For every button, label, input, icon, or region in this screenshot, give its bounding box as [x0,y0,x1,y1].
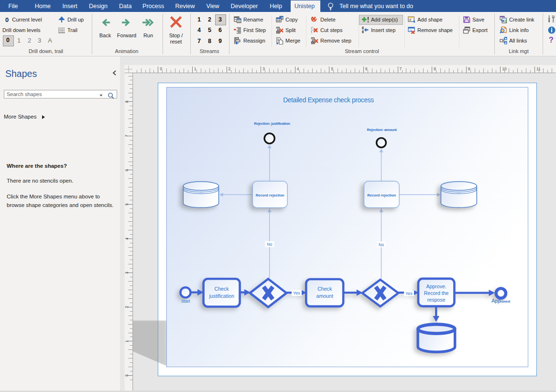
svg-text:Yes: Yes [293,291,300,295]
svg-text:amount: amount [316,293,333,299]
svg-text:Approve.: Approve. [426,283,446,289]
svg-text:Record rejection: Record rejection [367,193,396,197]
svg-text:respose: respose [427,297,446,303]
svg-text:Record rejection: Record rejection [256,193,284,197]
svg-text:Check: Check [317,286,332,292]
svg-text:No: No [379,242,384,247]
svg-text:Rejection: justification: Rejection: justification [254,121,290,126]
svg-text:Record the: Record the [424,290,449,296]
svg-text:Check: Check [215,286,229,292]
svg-text:justification: justification [208,293,234,299]
svg-text:No: No [267,242,272,247]
svg-text:Rejection: amount: Rejection: amount [367,128,397,132]
svg-text:Yes: Yes [405,291,413,296]
svg-text:Detailed Expense check process: Detailed Expense check process [283,97,374,104]
svg-text:Start: Start [181,299,190,304]
